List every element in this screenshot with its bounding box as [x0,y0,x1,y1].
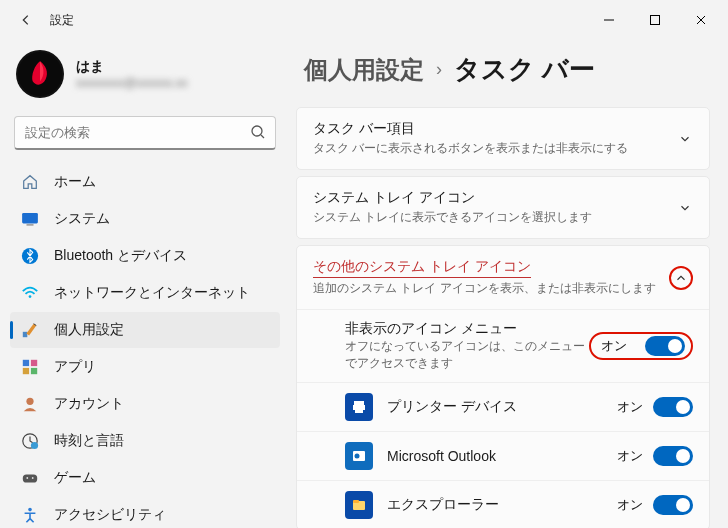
avatar [16,50,64,98]
row-title: プリンター デバイス [387,398,617,416]
maximize-button[interactable] [632,4,678,36]
nav-bluetooth[interactable]: Bluetooth とデバイス [10,238,280,274]
svg-rect-11 [31,360,37,366]
home-icon [20,172,40,192]
chevron-down-icon [677,200,693,216]
svg-rect-9 [23,332,28,337]
row-outlook: Microsoft Outlook オン [297,431,709,480]
user-email: xxxxxxxx@xxxxxx.xx [76,76,188,90]
section-title: システム トレイ アイコン [313,189,677,207]
apps-icon [20,357,40,377]
svg-rect-10 [23,360,29,366]
search-icon [250,124,266,143]
section-title: その他のシステム トレイ アイコン [313,258,531,278]
personalization-icon [20,320,40,340]
wifi-icon [20,283,40,303]
nav-label: 個人用設定 [54,321,124,339]
back-button[interactable] [14,8,38,32]
nav-label: アクセシビリティ [54,506,166,524]
chevron-up-icon [669,266,693,290]
row-hidden-icon-menu: 非表示のアイコン メニュー オフになっているアイコンは、このメニューでアクセスで… [297,309,709,382]
svg-rect-23 [355,409,363,413]
breadcrumb: 個人用設定 › タスク バー [296,52,710,87]
gaming-icon [20,468,40,488]
breadcrumb-separator: › [436,59,442,80]
accessibility-icon [20,505,40,525]
nav-accessibility[interactable]: アクセシビリティ [10,497,280,528]
svg-rect-12 [23,368,29,374]
toggle-explorer[interactable] [653,495,693,515]
svg-point-16 [31,442,38,449]
nav-system[interactable]: システム [10,201,280,237]
section-taskbar-items[interactable]: タスク バー項目 タスク バーに表示されるボタンを表示または非表示にする [296,107,710,170]
row-desc: オフになっているアイコンは、このメニューでアクセスできます [345,338,589,372]
nav-label: ゲーム [54,469,96,487]
svg-rect-21 [354,401,364,405]
outlook-icon [345,442,373,470]
nav-accounts[interactable]: アカウント [10,386,280,422]
printer-icon [345,393,373,421]
section-desc: システム トレイに表示できるアイコンを選択します [313,209,677,226]
nav-network[interactable]: ネットワークとインターネット [10,275,280,311]
toggle-outlook[interactable] [653,446,693,466]
svg-line-4 [261,135,264,138]
nav-label: アカウント [54,395,124,413]
section-system-tray[interactable]: システム トレイ アイコン システム トレイに表示できるアイコンを選択します [296,176,710,239]
svg-point-18 [26,477,28,479]
section-desc: 追加のシステム トレイ アイコンを表示、または非表示にします [313,280,669,297]
minimize-button[interactable] [586,4,632,36]
row-title: 非表示のアイコン メニュー [345,320,589,338]
section-title: タスク バー項目 [313,120,677,138]
toggle-state: オン [601,337,627,355]
row-printer: プリンター デバイス オン [297,382,709,431]
svg-point-8 [29,295,32,298]
svg-point-20 [28,508,32,512]
clock-icon [20,431,40,451]
row-explorer: エクスプローラー オン [297,480,709,528]
nav-label: ホーム [54,173,96,191]
nav-label: アプリ [54,358,96,376]
chevron-down-icon [677,131,693,147]
nav-label: 時刻と言語 [54,432,124,450]
section-other-tray-icons[interactable]: その他のシステム トレイ アイコン 追加のシステム トレイ アイコンを表示、また… [296,245,710,528]
svg-rect-27 [353,500,359,503]
system-icon [20,209,40,229]
nav-personalization[interactable]: 個人用設定 [10,312,280,348]
nav-label: ネットワークとインターネット [54,284,250,302]
toggle-printer[interactable] [653,397,693,417]
bluetooth-icon [20,246,40,266]
svg-rect-17 [23,474,37,482]
highlight-oval: オン [589,332,693,360]
toggle-hidden-menu[interactable] [645,336,685,356]
nav-gaming[interactable]: ゲーム [10,460,280,496]
svg-rect-1 [651,16,660,25]
user-profile[interactable]: はま xxxxxxxx@xxxxxx.xx [10,46,280,110]
nav-label: Bluetooth とデバイス [54,247,187,265]
nav-label: システム [54,210,110,228]
search-box[interactable] [14,116,276,150]
window-title: 設定 [50,12,74,29]
row-title: エクスプローラー [387,496,617,514]
nav-apps[interactable]: アプリ [10,349,280,385]
svg-rect-6 [27,224,34,225]
close-button[interactable] [678,4,724,36]
svg-point-19 [32,477,34,479]
nav-time-language[interactable]: 時刻と言語 [10,423,280,459]
toggle-state: オン [617,398,643,416]
account-icon [20,394,40,414]
svg-point-14 [26,398,33,405]
svg-point-25 [355,454,360,459]
section-desc: タスク バーに表示されるボタンを表示または非表示にする [313,140,677,157]
svg-point-3 [252,126,262,136]
breadcrumb-parent[interactable]: 個人用設定 [304,54,424,86]
toggle-state: オン [617,447,643,465]
search-input[interactable] [14,116,276,150]
svg-rect-13 [31,368,37,374]
explorer-icon [345,491,373,519]
toggle-state: オン [617,496,643,514]
nav-home[interactable]: ホーム [10,164,280,200]
svg-rect-5 [22,213,38,224]
user-name: はま [76,58,188,76]
breadcrumb-current: タスク バー [454,52,595,87]
row-title: Microsoft Outlook [387,448,617,464]
